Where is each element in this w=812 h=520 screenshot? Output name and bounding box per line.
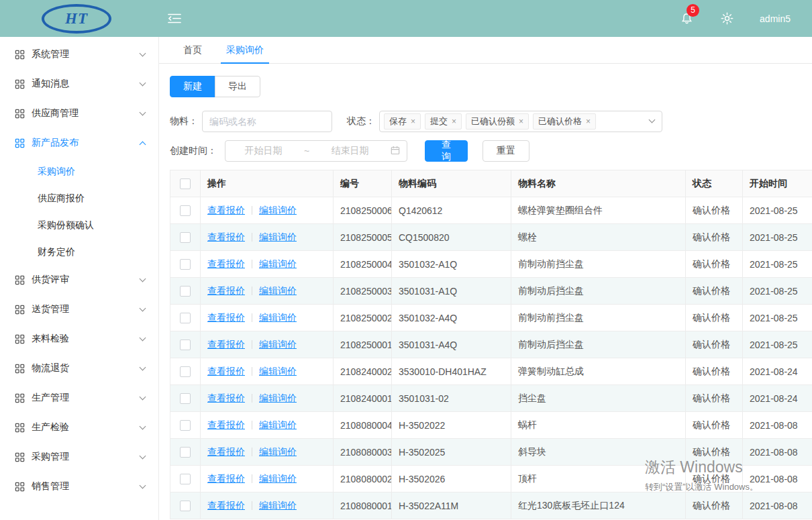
row-checkbox[interactable] (180, 286, 191, 297)
username[interactable]: admin5 (760, 13, 791, 24)
inquiry-id-cell: 2108250001 (334, 331, 392, 358)
menu-collapse-icon[interactable] (168, 13, 181, 24)
notification-badge: 5 (687, 4, 699, 17)
sidebar-item[interactable]: 通知消息 (0, 69, 158, 99)
sidebar-item[interactable]: 物流退货 (0, 354, 158, 383)
view-quote-link[interactable]: 查看报价 (207, 231, 245, 242)
export-button[interactable]: 导出 (215, 76, 260, 97)
start-time-cell: 2021-08-08 (743, 492, 812, 519)
tag-close-icon[interactable]: × (519, 117, 523, 125)
sidebar-item[interactable]: 来料检验 (0, 324, 158, 354)
view-quote-link[interactable]: 查看报价 (207, 312, 245, 323)
view-quote-link[interactable]: 查看报价 (207, 393, 245, 403)
sidebar-item[interactable]: 系统管理 (0, 40, 158, 69)
inquiry-id-cell: 2108250004 (334, 251, 392, 278)
edit-inquiry-link[interactable]: 编辑询价 (259, 339, 297, 350)
sidebar-item[interactable]: 供货评审 (0, 265, 158, 295)
view-quote-link[interactable]: 查看报价 (207, 446, 245, 457)
row-checkbox[interactable] (180, 205, 191, 216)
edit-inquiry-link[interactable]: 编辑询价 (259, 285, 297, 296)
sidebar-item[interactable]: 送货管理 (0, 295, 158, 324)
row-actions-cell: 查看报价编辑询价 (201, 224, 334, 251)
sidebar-item-new-product-release[interactable]: 新产品发布 (0, 128, 158, 158)
row-checkbox[interactable] (180, 259, 191, 270)
sidebar-subitem[interactable]: 供应商报价 (0, 185, 158, 211)
edit-inquiry-link[interactable]: 编辑询价 (259, 312, 297, 323)
status-multiselect[interactable]: 保存 × 提交 × 已确认份额 × (379, 111, 662, 132)
edit-inquiry-link[interactable]: 编辑询价 (259, 393, 297, 403)
tag-close-icon[interactable]: × (586, 117, 591, 125)
edit-inquiry-link[interactable]: 编辑询价 (259, 500, 297, 511)
edit-inquiry-link[interactable]: 编辑询价 (259, 419, 297, 430)
status-tag-label: 已确认价格 (538, 115, 582, 127)
row-actions-cell: 查看报价编辑询价 (201, 492, 334, 519)
row-checkbox[interactable] (180, 474, 191, 484)
chevron-down-icon (140, 393, 146, 400)
row-select-cell (170, 439, 201, 466)
sidebar-item[interactable]: 生产管理 (0, 383, 158, 413)
row-checkbox[interactable] (180, 340, 191, 350)
material-code-cell: 3501031-A4Q (392, 331, 511, 358)
view-quote-link[interactable]: 查看报价 (207, 419, 245, 430)
row-checkbox[interactable] (180, 447, 191, 458)
view-quote-link[interactable]: 查看报价 (207, 258, 245, 269)
reset-button[interactable]: 重置 (483, 140, 529, 162)
grid-menu-icon (15, 482, 25, 492)
end-date-placeholder[interactable]: 结束日期 (319, 145, 381, 157)
header-status: 状态 (686, 170, 743, 197)
table-row: 查看报价编辑询价 2108250004 3501032-A1Q 前制动前挡尘盘 … (170, 251, 812, 278)
edit-inquiry-link[interactable]: 编辑询价 (259, 473, 297, 484)
row-checkbox[interactable] (180, 420, 191, 431)
calendar-icon (391, 146, 400, 157)
status-filter-tag[interactable]: 提交 × (425, 113, 462, 129)
select-all-checkbox[interactable] (180, 178, 191, 189)
sidebar-item[interactable]: 销售管理 (0, 472, 158, 501)
material-search-input[interactable] (202, 111, 332, 132)
date-range-picker[interactable]: 开始日期 ~ 结束日期 (225, 140, 407, 162)
inquiry-id-cell: 2108240001 (334, 385, 392, 412)
material-code-cell: Q1420612 (392, 197, 511, 224)
row-checkbox[interactable] (180, 366, 191, 377)
edit-inquiry-link[interactable]: 编辑询价 (259, 446, 297, 457)
status-filter-tag[interactable]: 已确认份额 × (466, 113, 529, 129)
tab-home[interactable]: 首页 (171, 37, 214, 63)
edit-inquiry-link[interactable]: 编辑询价 (259, 366, 297, 376)
app-window: HT 5 admin5 (0, 0, 812, 520)
status-filter-tag[interactable]: 已确认价格 × (533, 113, 596, 129)
tab-procurement-inquiry[interactable]: 采购询价 (214, 37, 276, 63)
row-checkbox[interactable] (180, 393, 191, 404)
row-checkbox[interactable] (180, 232, 191, 243)
status-filter-tag[interactable]: 保存 × (384, 113, 421, 129)
start-date-placeholder[interactable]: 开始日期 (232, 145, 295, 157)
new-button[interactable]: 新建 (170, 76, 215, 97)
status-cell: 确认价格 (686, 251, 743, 278)
tag-close-icon[interactable]: × (411, 117, 415, 125)
settings-gear-icon[interactable] (720, 11, 734, 25)
status-cell: 确认价格 (686, 197, 743, 224)
notification-bell-icon[interactable]: 5 (680, 11, 693, 25)
sidebar-item[interactable]: 采购管理 (0, 442, 158, 472)
sidebar-subitem[interactable]: 财务定价 (0, 238, 158, 265)
edit-inquiry-link[interactable]: 编辑询价 (259, 231, 297, 242)
view-quote-link[interactable]: 查看报价 (207, 473, 245, 484)
search-button[interactable]: 查询 (425, 140, 468, 162)
view-quote-link[interactable]: 查看报价 (207, 500, 245, 511)
sidebar-item[interactable]: 生产检验 (0, 413, 158, 442)
view-quote-link[interactable]: 查看报价 (207, 285, 245, 296)
view-quote-link[interactable]: 查看报价 (207, 339, 245, 350)
tag-close-icon[interactable]: × (452, 117, 456, 125)
edit-inquiry-link[interactable]: 编辑询价 (259, 205, 297, 215)
sidebar-item[interactable]: 供应商管理 (0, 99, 158, 128)
view-quote-link[interactable]: 查看报价 (207, 366, 245, 376)
sidebar: 系统管理 通知消息 (0, 37, 159, 520)
sidebar-subitem[interactable]: 采购询价 (0, 158, 158, 185)
edit-inquiry-link[interactable]: 编辑询价 (259, 258, 297, 269)
table-row: 查看报价编辑询价 2108240002 3530010-DH401HAZ 弹簧制… (170, 358, 812, 385)
link-divider (252, 233, 252, 242)
row-checkbox[interactable] (180, 313, 191, 323)
row-checkbox[interactable] (180, 501, 191, 511)
view-quote-link[interactable]: 查看报价 (207, 205, 245, 215)
sidebar-subitem[interactable]: 采购份额确认 (0, 211, 158, 238)
sidebar-item-label: 生产检验 (32, 421, 140, 433)
row-select-cell (170, 331, 201, 358)
